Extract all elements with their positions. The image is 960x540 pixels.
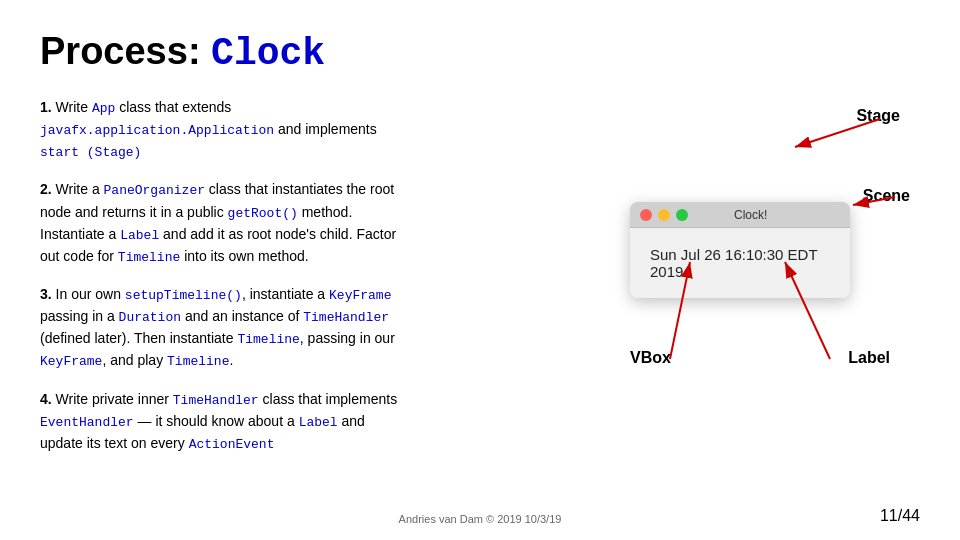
title-code: Clock [211,32,325,75]
step-4-text: Write private inner TimeHandler class th… [40,391,397,451]
title-prefix: Process: [40,30,211,72]
step-4-number: 4. [40,391,52,407]
maximize-button[interactable] [676,209,688,221]
step-1-number: 1. [40,99,52,115]
step-3-code-keyframe: KeyFrame [329,288,391,303]
page-title: Process: Clock [40,30,920,75]
window-body: Sun Jul 26 16:10:30 EDT 2019 [630,228,850,298]
step-3-code-timeline3: Timeline [167,354,229,369]
step-4-code-eventhandler: EventHandler [40,415,134,430]
step-2-code-timeline: Timeline [118,250,180,265]
step-2-code-getroot: getRoot() [228,206,298,221]
footer-credit: Andries van Dam © 2019 10/3/19 [0,513,960,525]
stage-label: Stage [856,107,900,125]
step-3-code-timeline2: Timeline [237,332,299,347]
vbox-label: VBox [630,349,671,367]
window-title: Clock! [734,208,767,222]
step-2: 2. Write a PaneOrganizer class that inst… [40,179,590,268]
step-3-code-keyframe2: KeyFrame [40,354,102,369]
step-4-code-actionevent: ActionEvent [189,437,275,452]
content-area: 1. Write App class that extends javafx.a… [40,97,920,471]
step-3-number: 3. [40,286,52,302]
step-1-code-javafx: javafx.application.Application [40,123,274,138]
minimize-button[interactable] [658,209,670,221]
step-1-code-app: App [92,101,115,116]
step-4-code-label: Label [299,415,338,430]
diagram-container: Stage Scene Clock! Sun Jul 26 16:10:30 E… [610,97,920,397]
page-number: 11/44 [880,507,920,525]
step-4: 4. Write private inner TimeHandler class… [40,389,590,455]
step-3-code-handler: TimeHandler [303,310,389,325]
step-3-code-setup: setupTimeline() [125,288,242,303]
scene-label: Scene [863,187,910,205]
close-button[interactable] [640,209,652,221]
step-1-code-start: start (Stage) [40,145,141,160]
diagram-column: Stage Scene Clock! Sun Jul 26 16:10:30 E… [610,97,920,471]
clock-display: Sun Jul 26 16:10:30 EDT 2019 [650,246,817,280]
step-3: 3. In our own setupTimeline(), instantia… [40,284,590,373]
label-label: Label [848,349,890,367]
step-2-code-label: Label [120,228,159,243]
page: Process: Clock 1. Write App class that e… [0,0,960,540]
mac-window: Clock! Sun Jul 26 16:10:30 EDT 2019 [630,202,850,298]
step-3-text: In our own setupTimeline(), instantiate … [40,286,395,368]
step-4-code-timehandler: TimeHandler [173,393,259,408]
step-2-code-pane: PaneOrganizer [104,183,205,198]
step-1: 1. Write App class that extends javafx.a… [40,97,590,163]
steps-column: 1. Write App class that extends javafx.a… [40,97,590,471]
mac-titlebar: Clock! [630,202,850,228]
step-1-text: Write App class that extends javafx.appl… [40,99,377,159]
step-2-number: 2. [40,181,52,197]
step-2-text: Write a PaneOrganizer class that instant… [40,181,396,263]
step-3-code-duration: Duration [119,310,181,325]
